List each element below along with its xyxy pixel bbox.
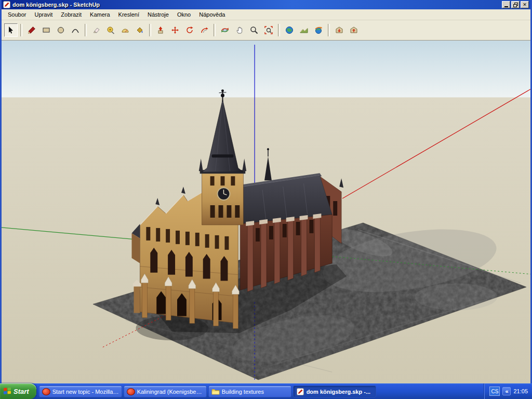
- warehouse-download-icon: [335, 26, 343, 34]
- paint-bucket-tool-button[interactable]: [133, 23, 147, 37]
- menu-kresleni[interactable]: Kreslení: [114, 10, 143, 19]
- circle-tool-button[interactable]: [54, 23, 68, 37]
- push-pull-tool-button[interactable]: [154, 23, 167, 37]
- system-tray: CS « 21:05: [484, 383, 532, 399]
- pan-hand-icon: [235, 26, 244, 34]
- taskbar-button-mozilla-topic[interactable]: Start new topic - Mozilla ...: [39, 385, 122, 397]
- menu-soubor[interactable]: Soubor: [4, 10, 30, 19]
- rectangle-icon: [42, 26, 50, 34]
- tape-measure-icon: [107, 26, 115, 34]
- pencil-icon: [28, 26, 36, 34]
- arc-tool-button[interactable]: [69, 23, 82, 37]
- line-tool-button[interactable]: [25, 23, 38, 37]
- orbit-icon: [221, 26, 229, 34]
- select-tool-button[interactable]: [4, 23, 18, 37]
- place-model-button[interactable]: [312, 23, 325, 37]
- pan-tool-button[interactable]: [233, 23, 246, 37]
- toolbar: [2, 20, 530, 41]
- mozilla-icon: [127, 388, 135, 395]
- orbit-tool-button[interactable]: [218, 23, 232, 37]
- folder-icon: [211, 388, 220, 396]
- start-button[interactable]: Start: [0, 383, 36, 399]
- windows-taskbar: Start Start new topic - Mozilla ... Kali…: [0, 383, 532, 399]
- sketchup-app-icon: [3, 1, 10, 8]
- move-icon: [171, 26, 179, 34]
- protractor-tool-button[interactable]: [118, 23, 132, 37]
- rotate-tool-button[interactable]: [183, 23, 196, 37]
- start-label: Start: [14, 388, 29, 395]
- zoom-magnifier-icon: [250, 26, 258, 34]
- push-pull-icon: [156, 26, 165, 34]
- toolbar-separator: [278, 24, 280, 36]
- taskbar-button-building-textures[interactable]: Building textures: [208, 385, 291, 397]
- paint-bucket-icon: [136, 26, 144, 34]
- close-button[interactable]: ✕: [521, 1, 529, 8]
- select-cursor-icon: [7, 26, 15, 34]
- warehouse-upload-icon: [350, 26, 358, 34]
- restore-button[interactable]: [511, 1, 520, 8]
- rotate-icon: [185, 26, 194, 34]
- menu-okno[interactable]: Okno: [173, 10, 195, 19]
- title-bar[interactable]: dom königsberg.skp - SketchUp ✕: [2, 0, 530, 9]
- toolbar-separator: [214, 24, 216, 36]
- toggle-terrain-button[interactable]: [297, 23, 311, 37]
- taskbar-button-kaliningrad[interactable]: Kaliningrad (Koenigsberg...: [124, 385, 207, 397]
- toolbar-separator: [85, 24, 87, 36]
- sky: [2, 41, 530, 98]
- sketchup-window: dom königsberg.skp - SketchUp ✕ Soubor U…: [0, 0, 532, 383]
- arc-icon: [71, 26, 79, 34]
- zoom-extents-tool-button[interactable]: [262, 23, 275, 37]
- menu-upravit[interactable]: Upravit: [30, 10, 57, 19]
- sketchup-icon: [296, 388, 304, 396]
- eraser-icon: [92, 26, 100, 34]
- protractor-icon: [121, 26, 129, 34]
- get-current-view-button[interactable]: [283, 23, 296, 37]
- eraser-tool-button[interactable]: [89, 23, 103, 37]
- offset-tool-button[interactable]: [197, 23, 211, 37]
- menu-kamera[interactable]: Kamera: [86, 10, 114, 19]
- circle-icon: [57, 26, 65, 34]
- menu-zobrazit[interactable]: Zobrazit: [57, 10, 86, 19]
- toolbar-separator: [328, 24, 330, 36]
- minimize-icon: [504, 6, 508, 7]
- language-indicator[interactable]: CS: [489, 387, 500, 396]
- windows-flag-icon: [3, 387, 11, 395]
- offset-icon: [200, 26, 208, 34]
- mozilla-icon: [42, 388, 50, 395]
- terrain-icon: [300, 26, 308, 34]
- menu-nastroje[interactable]: Nástroje: [143, 10, 173, 19]
- get-models-button[interactable]: [332, 23, 346, 37]
- restore-icon: [513, 3, 518, 7]
- taskbar-clock[interactable]: 21:05: [513, 388, 528, 394]
- earth-globe-icon: [285, 26, 294, 34]
- toolbar-separator: [20, 24, 22, 36]
- taskbar-button-sketchup[interactable]: dom königsberg.skp -...: [293, 385, 376, 397]
- taskbar-items: Start new topic - Mozilla ... Kaliningra…: [36, 383, 484, 399]
- window-title: dom königsberg.skp - SketchUp: [12, 2, 502, 8]
- zoom-tool-button[interactable]: [247, 23, 261, 37]
- 3d-scene: [2, 41, 530, 383]
- menu-napoveda[interactable]: Nápověda: [195, 10, 229, 19]
- menu-bar: Soubor Upravit Zobrazit Kamera Kreslení …: [2, 9, 530, 20]
- zoom-extents-icon: [264, 26, 273, 34]
- tray-collapse-chevron[interactable]: «: [502, 387, 511, 395]
- modeling-viewport[interactable]: [2, 41, 530, 383]
- move-tool-button[interactable]: [168, 23, 182, 37]
- toolbar-separator: [149, 24, 151, 36]
- share-model-button[interactable]: [347, 23, 361, 37]
- minimize-button[interactable]: [502, 1, 510, 8]
- tape-measure-tool-button[interactable]: [104, 23, 117, 37]
- rectangle-tool-button[interactable]: [39, 23, 53, 37]
- globe-orbit-icon: [314, 26, 323, 34]
